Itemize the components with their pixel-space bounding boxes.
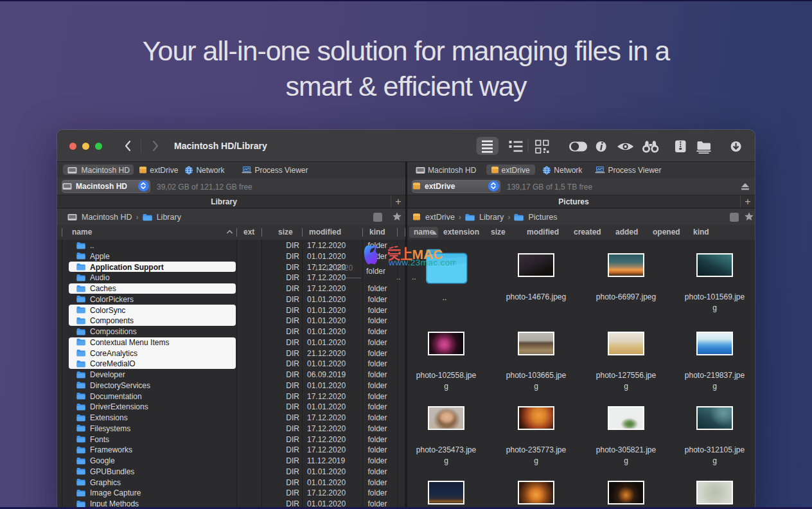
svg-text:www.23mac.com: www.23mac.com [388,258,456,267]
